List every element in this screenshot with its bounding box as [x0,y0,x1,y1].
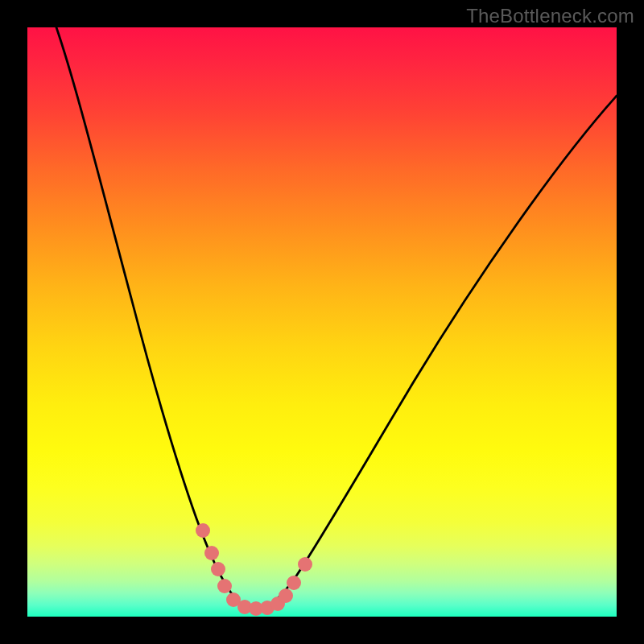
plot-area [27,27,617,617]
bottleneck-curve [56,27,617,609]
svg-point-11 [298,557,312,572]
chart-svg [27,27,617,617]
chart-frame: TheBottleneck.com [0,0,644,644]
svg-point-9 [279,588,293,603]
svg-point-1 [204,546,219,560]
svg-point-10 [287,576,301,590]
svg-point-3 [217,579,232,593]
svg-point-2 [211,562,225,576]
watermark-text: TheBottleneck.com [466,5,634,27]
svg-point-0 [196,523,210,538]
marker-cluster [196,523,312,616]
